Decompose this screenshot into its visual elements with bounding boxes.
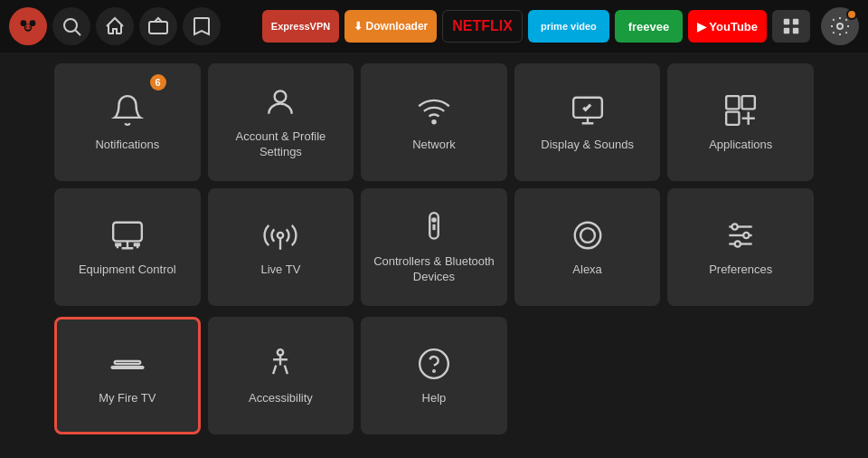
tile-live-tv[interactable]: Live TV (208, 188, 354, 306)
svg-point-5 (26, 26, 28, 28)
bell-icon (109, 92, 146, 129)
svg-rect-42 (115, 360, 141, 363)
tile-accessibility[interactable]: Accessibility (208, 317, 354, 434)
primevideo-button[interactable]: prime video (528, 10, 609, 43)
avatar-image (12, 10, 44, 43)
netflix-button[interactable]: NETFLIX (442, 10, 523, 43)
all-apps-button[interactable] (772, 10, 810, 43)
expressvpn-label: ExpressVPN (271, 21, 330, 32)
svg-point-39 (732, 224, 738, 229)
svg-point-34 (574, 222, 600, 248)
tile-help-label: Help (422, 391, 447, 406)
home-button[interactable] (96, 7, 134, 45)
svg-rect-20 (742, 96, 755, 109)
svg-rect-21 (726, 111, 739, 124)
tile-my-fire-tv-label: My Fire TV (99, 391, 156, 406)
downloader-button[interactable]: ⬇ Downloader (344, 10, 437, 43)
help-icon (416, 346, 452, 382)
home-icon (104, 15, 126, 37)
tv-icon (147, 15, 169, 37)
tile-network[interactable]: Network (361, 63, 507, 181)
notification-badge: 6 (150, 74, 166, 91)
svg-point-35 (580, 228, 595, 243)
antenna-icon (262, 217, 298, 253)
tile-equipment-label: Equipment Control (79, 262, 176, 278)
search-button[interactable] (52, 7, 90, 45)
freevee-button[interactable]: freevee (615, 10, 683, 43)
display-icon (570, 92, 606, 129)
bookmark-icon (191, 15, 212, 37)
svg-point-46 (433, 370, 435, 372)
apps-grid-icon (781, 16, 801, 36)
fire-tv-icon (109, 346, 146, 382)
tile-preferences-label: Preferences (709, 262, 772, 278)
svg-point-17 (432, 120, 435, 123)
svg-point-41 (735, 241, 741, 246)
svg-rect-13 (784, 28, 789, 33)
top-navigation: ExpressVPN ⬇ Downloader NETFLIX prime vi… (0, 0, 868, 52)
svg-rect-14 (793, 28, 798, 33)
tile-controllers-label: Controllers & Bluetooth Devices (370, 254, 498, 285)
tile-alexa[interactable]: Alexa (514, 188, 661, 306)
youtube-label: ▶ YouTube (697, 20, 758, 33)
tile-equipment-control[interactable]: Equipment Control (54, 188, 201, 306)
equipment-icon (109, 217, 146, 253)
svg-point-6 (29, 26, 31, 28)
alexa-icon (570, 217, 606, 253)
svg-rect-11 (784, 19, 789, 24)
tile-account-label: Account & Profile Settings (217, 129, 345, 160)
search-icon (61, 15, 82, 37)
svg-point-44 (278, 349, 283, 355)
avatar-button[interactable] (9, 7, 47, 45)
svg-rect-9 (149, 22, 167, 33)
svg-line-8 (76, 31, 81, 36)
app-buttons-bar: ExpressVPN ⬇ Downloader NETFLIX prime vi… (262, 10, 810, 43)
tile-applications-label: Applications (709, 138, 772, 153)
svg-rect-12 (793, 19, 798, 24)
netflix-label: NETFLIX (452, 18, 513, 34)
tile-help[interactable]: Help (361, 317, 507, 434)
svg-point-7 (64, 19, 77, 32)
svg-point-45 (420, 349, 448, 378)
tile-notifications-label: Notifications (95, 138, 159, 153)
svg-rect-27 (116, 243, 120, 245)
sliders-icon (722, 217, 759, 253)
freevee-label: freevee (628, 20, 670, 33)
primevideo-label: prime video (541, 21, 597, 32)
svg-rect-24 (113, 222, 142, 241)
wifi-icon (416, 92, 452, 129)
svg-rect-43 (111, 367, 143, 368)
svg-rect-28 (135, 243, 139, 245)
svg-point-16 (275, 91, 287, 102)
notification-dot (846, 9, 857, 20)
applications-icon (722, 92, 759, 129)
tile-notifications[interactable]: 6 Notifications (54, 63, 201, 181)
tile-applications[interactable]: Applications (667, 63, 814, 181)
expressvpn-button[interactable]: ExpressVPN (262, 10, 339, 43)
tile-display-label: Display & Sounds (541, 138, 634, 153)
tile-my-fire-tv[interactable]: My Fire TV (54, 317, 201, 434)
settings-grid-last-row: My Fire TV Accessibility Help (0, 317, 868, 445)
tile-accessibility-label: Accessibility (249, 391, 313, 406)
youtube-button[interactable]: ▶ YouTube (688, 10, 767, 43)
svg-point-29 (278, 232, 283, 237)
svg-point-32 (432, 219, 435, 222)
tile-account-profile[interactable]: Account & Profile Settings (208, 63, 354, 181)
svg-point-15 (837, 24, 843, 29)
tile-display-sounds[interactable]: Display & Sounds (514, 63, 661, 181)
livetv-button[interactable] (139, 7, 177, 45)
tile-live-tv-label: Live TV (260, 262, 300, 278)
svg-rect-19 (726, 96, 739, 109)
svg-point-40 (743, 232, 749, 237)
settings-grid: 6 Notifications Account & Profile Settin… (0, 52, 868, 317)
tile-alexa-label: Alexa (572, 262, 602, 278)
accessibility-icon (262, 346, 298, 382)
downloader-label: ⬇ Downloader (354, 20, 428, 33)
tile-network-label: Network (412, 138, 456, 153)
remote-icon (416, 209, 452, 245)
tile-controllers-bluetooth[interactable]: Controllers & Bluetooth Devices (361, 188, 507, 306)
person-icon (262, 84, 298, 120)
tile-preferences[interactable]: Preferences (667, 188, 814, 306)
settings-button[interactable] (821, 7, 859, 45)
watchlist-button[interactable] (183, 7, 221, 45)
